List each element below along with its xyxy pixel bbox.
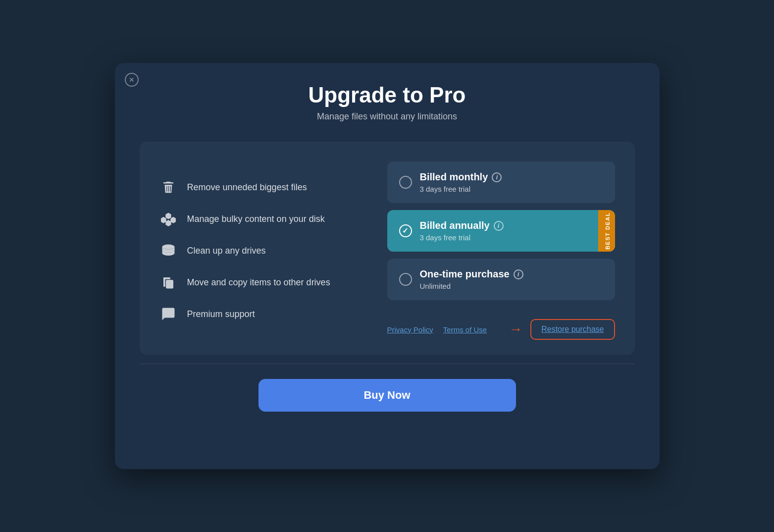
dialog-header: Upgrade to Pro Manage files without any … — [140, 83, 635, 122]
feature-text-support: Premium support — [187, 309, 255, 319]
dialog-subtitle: Manage files without any limitations — [140, 111, 635, 122]
info-monthly-icon[interactable]: i — [492, 172, 502, 182]
features-list: Remove unneded biggest files Manage bulk… — [159, 161, 367, 340]
buy-now-button[interactable]: Buy Now — [258, 379, 516, 412]
feature-clean-drives: Clean up any drives — [159, 242, 367, 260]
copy-icon — [159, 273, 177, 291]
content-area: Remove unneded biggest files Manage bulk… — [140, 142, 635, 355]
pricing-monthly[interactable]: Billed monthly i 3 days free trial — [387, 161, 615, 203]
feature-text-remove: Remove unneded biggest files — [187, 182, 307, 193]
hex-icon — [159, 210, 177, 228]
drive-icon — [159, 242, 177, 260]
svg-point-0 — [162, 245, 174, 250]
feature-premium-support: Premium support — [159, 305, 367, 323]
terms-of-use-link[interactable]: Terms of Use — [443, 325, 487, 334]
upgrade-dialog: ✕ Upgrade to Pro Manage files without an… — [115, 63, 660, 469]
divider — [140, 364, 635, 364]
dialog-title: Upgrade to Pro — [140, 83, 635, 107]
chat-icon — [159, 305, 177, 323]
restore-purchase-button[interactable]: Restore purchase — [530, 319, 615, 340]
feature-remove-files: Remove unneded biggest files — [159, 178, 367, 196]
radio-annually — [399, 224, 412, 237]
info-onetime-icon[interactable]: i — [514, 269, 523, 279]
info-annually-icon[interactable]: i — [494, 221, 504, 231]
close-button[interactable]: ✕ — [125, 73, 139, 87]
pricing-onetime-title: One-time purchase i — [420, 268, 523, 280]
pricing-annually[interactable]: Billed annually i 3 days free trial BEST… — [387, 210, 615, 252]
feature-manage-bulky: Manage bulky content on your disk — [159, 210, 367, 228]
dialog-footer: Privacy Policy Terms of Use → Restore pu… — [387, 319, 615, 340]
radio-monthly — [399, 176, 412, 189]
pricing-monthly-subtitle: 3 days free trial — [420, 185, 502, 193]
feature-text-bulky: Manage bulky content on your disk — [187, 214, 325, 224]
pricing-section: Billed monthly i 3 days free trial Bille… — [387, 161, 615, 340]
feature-text-clean: Clean up any drives — [187, 246, 266, 256]
pricing-monthly-title: Billed monthly i — [420, 171, 502, 183]
radio-onetime — [399, 273, 412, 286]
pricing-onetime-subtitle: Unlimited — [420, 282, 523, 290]
privacy-policy-link[interactable]: Privacy Policy — [387, 325, 433, 334]
pricing-onetime[interactable]: One-time purchase i Unlimited — [387, 259, 615, 300]
arrow-right-icon: → — [509, 321, 522, 337]
svg-rect-1 — [166, 280, 173, 289]
feature-text-move: Move and copy items to other drives — [187, 277, 330, 288]
pricing-annually-subtitle: 3 days free trial — [420, 233, 504, 242]
trash-icon — [159, 178, 177, 196]
close-icon: ✕ — [129, 76, 135, 84]
feature-move-copy: Move and copy items to other drives — [159, 273, 367, 291]
best-deal-label: BEST DEAL — [605, 212, 611, 250]
pricing-annually-title: Billed annually i — [420, 220, 504, 231]
best-deal-badge: BEST DEAL — [598, 210, 615, 252]
footer-links: Privacy Policy Terms of Use — [387, 325, 487, 334]
restore-area: → Restore purchase — [509, 319, 615, 340]
buy-now-section: Buy Now — [140, 379, 635, 412]
